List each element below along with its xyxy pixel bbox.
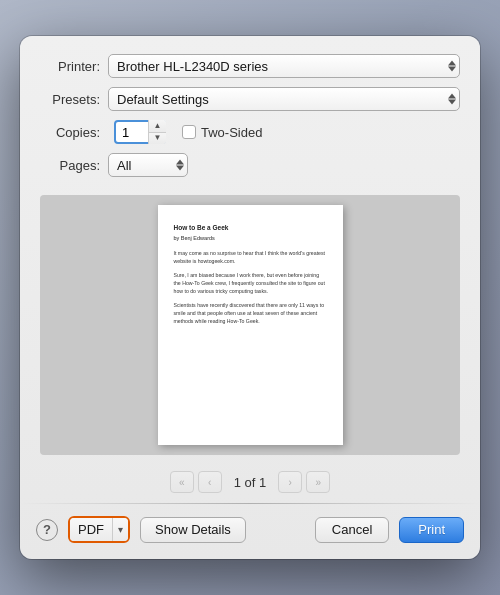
two-sided-wrap: Two-Sided <box>182 125 262 140</box>
presets-label: Presets: <box>40 92 108 107</box>
preview-title: How to Be a Geek <box>174 223 327 233</box>
copies-input-wrap: ▲ ▼ <box>114 120 166 144</box>
copies-increment-button[interactable]: ▲ <box>149 120 166 133</box>
preview-para-3: Scientists have recently discovered that… <box>174 301 327 325</box>
preview-container: How to Be a Geek by Benj Edwards It may … <box>40 195 460 455</box>
pages-select[interactable]: All <box>108 153 188 177</box>
printer-label: Printer: <box>40 59 108 74</box>
presets-select[interactable]: Default Settings <box>108 87 460 111</box>
pdf-button-group: PDF ▾ <box>68 516 130 543</box>
show-details-button[interactable]: Show Details <box>140 517 246 543</box>
print-dialog: Printer: Brother HL-L2340D series Preset… <box>20 36 480 559</box>
pdf-button[interactable]: PDF <box>70 518 113 541</box>
bottom-bar: ? PDF ▾ Show Details Cancel Print <box>20 516 480 543</box>
presets-row: Presets: Default Settings <box>40 87 460 111</box>
preview-para-2: Sure, I am biased because I work there, … <box>174 271 327 295</box>
printer-select[interactable]: Brother HL-L2340D series <box>108 54 460 78</box>
pdf-dropdown-arrow-icon: ▾ <box>118 524 123 535</box>
copies-label: Copies: <box>40 125 108 140</box>
copies-stepper: ▲ ▼ <box>148 120 166 144</box>
two-sided-checkbox[interactable] <box>182 125 196 139</box>
pages-label: Pages: <box>40 158 108 173</box>
preview-area: How to Be a Geek by Benj Edwards It may … <box>20 187 480 465</box>
printer-row: Printer: Brother HL-L2340D series <box>40 54 460 78</box>
divider <box>20 503 480 504</box>
printer-select-wrapper: Brother HL-L2340D series <box>108 54 460 78</box>
next-page-button[interactable]: › <box>278 471 302 493</box>
copies-row: Copies: ▲ ▼ Two-Sided <box>40 120 460 144</box>
pages-row: Pages: All <box>40 153 460 177</box>
help-button[interactable]: ? <box>36 519 58 541</box>
pdf-dropdown-button[interactable]: ▾ <box>113 518 128 541</box>
last-page-button[interactable]: » <box>306 471 330 493</box>
page-indicator: 1 of 1 <box>226 475 275 490</box>
pagination-bar: « ‹ 1 of 1 › » <box>20 465 480 503</box>
first-page-button[interactable]: « <box>170 471 194 493</box>
presets-select-wrapper: Default Settings <box>108 87 460 111</box>
page-preview: How to Be a Geek by Benj Edwards It may … <box>158 205 343 445</box>
preview-author: by Benj Edwards <box>174 234 327 242</box>
form-section: Printer: Brother HL-L2340D series Preset… <box>20 54 480 177</box>
two-sided-label: Two-Sided <box>201 125 262 140</box>
preview-para-1: It may come as no surprise to hear that … <box>174 249 327 265</box>
cancel-button[interactable]: Cancel <box>315 517 389 543</box>
pages-select-wrapper: All <box>108 153 188 177</box>
print-button[interactable]: Print <box>399 517 464 543</box>
prev-page-button[interactable]: ‹ <box>198 471 222 493</box>
copies-decrement-button[interactable]: ▼ <box>149 133 166 145</box>
